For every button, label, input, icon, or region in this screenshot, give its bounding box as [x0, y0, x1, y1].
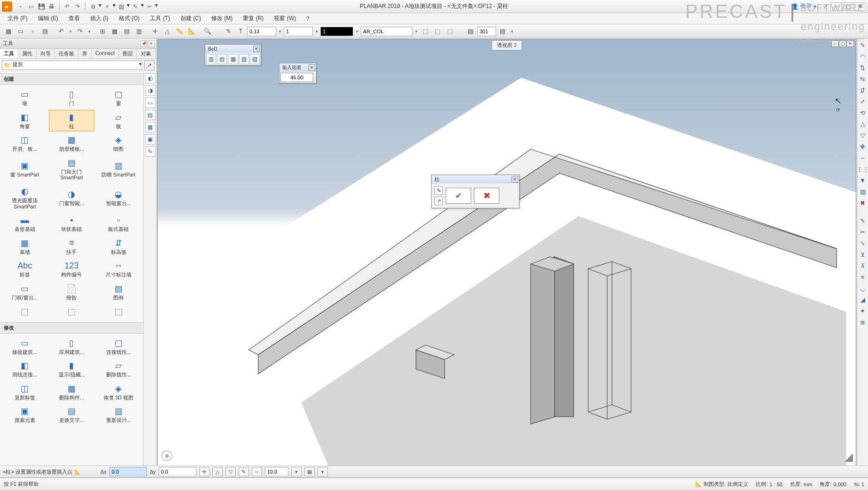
linetype-dd[interactable]: ▾ — [314, 26, 319, 37]
qat-dd2[interactable]: ▾ — [113, 2, 116, 11]
side-btn-3[interactable]: ▭ — [145, 98, 155, 108]
vp-min-icon[interactable]: ─ — [831, 40, 839, 47]
rt-array-icon[interactable]: ⋮⋮ — [858, 164, 868, 174]
side-btn-5[interactable]: ▦ — [145, 122, 155, 132]
qat-layer-icon[interactable]: ▤ — [116, 2, 126, 11]
menu-view[interactable]: 查看 — [64, 13, 85, 24]
panel-pin-icon[interactable]: 📌 — [140, 40, 147, 47]
tool-标签[interactable]: Abc标签 — [2, 258, 48, 280]
menu-create[interactable]: 创建 (C) — [176, 13, 206, 24]
dy-input[interactable] — [159, 467, 196, 476]
tool-窗 SmartPart[interactable]: ▣窗 SmartPart — [2, 155, 48, 183]
dlg-cancel-button[interactable]: ✖ — [474, 188, 499, 204]
float-input-close-icon[interactable]: ✕ — [309, 64, 315, 71]
tb-undo2-icon[interactable]: ↶ — [55, 26, 67, 37]
menu-repeat[interactable]: 重复 (R) — [238, 13, 268, 24]
tb-angle-icon[interactable]: △ — [162, 26, 173, 37]
layer-dd[interactable]: ▾ — [413, 26, 419, 37]
ib-triad-icon[interactable]: ✛ — [199, 467, 209, 476]
side-btn-7[interactable]: ✎ — [145, 146, 155, 157]
tool-柱[interactable]: ▮柱 — [49, 110, 95, 132]
tool-更换文字...[interactable]: ▤更换文字... — [49, 404, 95, 426]
panel-close-icon[interactable]: ✕ — [148, 40, 155, 47]
qat-open-icon[interactable]: ▭ — [26, 2, 36, 11]
rt-filter-icon[interactable]: ▼ — [858, 176, 868, 185]
tb-redo-dd[interactable]: ▾ — [86, 26, 92, 37]
rt-hatch-icon[interactable]: ▨ — [858, 187, 868, 196]
rt-fillet-icon[interactable]: ◡ — [858, 283, 868, 293]
dlg-ok-button[interactable]: ✔ — [446, 188, 471, 204]
tool-细图[interactable]: ◈细图 — [95, 132, 141, 154]
tool-幕墙[interactable]: ▦幕墙 — [2, 236, 48, 258]
minimize-button[interactable]: ─ — [830, 2, 842, 11]
tool-标高值[interactable]: ⇵标高值 — [95, 236, 141, 258]
tool-条形基础[interactable]: ▬条形基础 — [2, 213, 48, 235]
tool-用线连接...[interactable]: ◧用线连接... — [2, 358, 48, 380]
qat-dd1[interactable]: ▾ — [99, 2, 101, 11]
tool-重新设计...[interactable]: ▥重新设计... — [95, 404, 141, 426]
rt-mirror1-icon[interactable]: ⇅ — [858, 63, 868, 72]
qat-undo-icon[interactable]: ↶ — [62, 2, 72, 11]
bed-btn-5[interactable]: ▨ — [250, 54, 260, 64]
tab-layers[interactable]: 图层 — [119, 49, 137, 59]
rt-edit-icon[interactable]: ✎ — [858, 216, 868, 225]
tool-墙[interactable]: ▭墙 — [2, 87, 48, 109]
tool-item28[interactable]: ⬚ — [49, 304, 95, 320]
rt-mirror3-icon[interactable]: ⇵ — [858, 85, 868, 95]
tb-eyedrop-icon[interactable]: ⤒ — [235, 26, 246, 37]
tab-tools[interactable]: 工具 — [0, 49, 18, 59]
numfield[interactable] — [477, 27, 496, 36]
tb-layers-icon[interactable]: ▦ — [3, 26, 14, 37]
bed-btn-2[interactable]: ▤ — [217, 54, 227, 64]
tb-view-icon[interactable]: ▥ — [133, 26, 145, 37]
menu-help[interactable]: ? — [302, 14, 314, 23]
rt-pen-icon[interactable]: ✎ — [858, 40, 868, 50]
rt-join-icon[interactable]: ⊻ — [858, 250, 868, 259]
tool-构件编号[interactable]: 123构件编号 — [49, 258, 95, 280]
status-length[interactable]: 长度: mm — [790, 481, 812, 488]
tb-redo2-icon[interactable]: ↷ — [74, 26, 85, 37]
close-button[interactable]: ✕ — [855, 2, 866, 11]
tab-props[interactable]: 属性 — [18, 49, 37, 59]
float-input-field[interactable] — [280, 73, 313, 82]
rt-chamfer-icon[interactable]: ◢ — [858, 295, 868, 304]
linetype-field[interactable] — [284, 27, 313, 36]
ib-angle2-icon[interactable]: ▽ — [225, 467, 236, 476]
tab-task[interactable]: 任务板 — [55, 49, 78, 59]
tool-尺寸标注墙[interactable]: ↔尺寸标注墙 — [95, 258, 141, 280]
status-scale[interactable]: 比例: 1 : 50 — [756, 481, 783, 488]
side-btn-2[interactable]: ◑ — [145, 85, 155, 96]
column-dialog-title[interactable]: 柱 ✕ — [432, 175, 519, 184]
rt-move-icon[interactable]: ✥ — [858, 142, 868, 151]
tool-门窗智能...[interactable]: ◑门窗智能... — [49, 184, 95, 212]
tool-板[interactable]: ▱板 — [95, 110, 141, 132]
tb-pattern-icon[interactable]: ▧ — [497, 26, 508, 37]
tool-智能窗台...[interactable]: ◒智能窗台... — [95, 184, 141, 212]
tool-恢复 3D 视图[interactable]: ◈恢复 3D 视图 — [95, 381, 141, 403]
side-btn-6[interactable]: ▣ — [145, 134, 155, 145]
tool-item29[interactable]: ⬚ — [95, 304, 141, 320]
maximize-button[interactable]: ▢ — [843, 2, 854, 11]
tool-开洞、板...[interactable]: ◫开洞、板... — [2, 132, 48, 154]
login-button[interactable]: 👤 登录 ▾ — [789, 2, 819, 10]
bed-btn-4[interactable]: ▧ — [239, 54, 249, 64]
column-dialog[interactable]: 柱 ✕ ✎ ↗ ✔ ✖ — [431, 175, 519, 208]
tb-close-icon[interactable]: ▫ — [27, 26, 39, 37]
ib-dd1[interactable]: ▾ — [291, 467, 302, 476]
rt-scale-icon[interactable]: ⤢ — [858, 97, 868, 106]
side-btn-4[interactable]: ▤ — [145, 110, 155, 120]
tool-应用建筑...[interactable]: ▯应用建筑... — [49, 336, 95, 358]
rt-align-icon[interactable]: ≣ — [858, 317, 868, 327]
float-input[interactable]: 输入选项 ✕ — [279, 63, 317, 84]
rt-stretch-icon[interactable]: ↔ — [858, 153, 868, 162]
qat-new-icon[interactable]: ▫ — [16, 2, 25, 11]
qat-cut-icon[interactable]: ✂ — [145, 2, 154, 11]
tool-块状基础[interactable]: ▪块状基础 — [49, 213, 95, 235]
menu-modify[interactable]: 修改 (M) — [207, 13, 237, 24]
ib-dim-icon[interactable]: ↔ — [252, 467, 262, 476]
tool-修改建筑...[interactable]: ▭修改建筑... — [2, 336, 48, 358]
vp-close-icon[interactable]: ✕ — [846, 40, 854, 47]
bed-btn-3[interactable]: ▦ — [228, 54, 238, 64]
tool-扶手[interactable]: ≡扶手 — [49, 236, 95, 258]
vp-max-icon[interactable]: ▢ — [839, 40, 846, 47]
